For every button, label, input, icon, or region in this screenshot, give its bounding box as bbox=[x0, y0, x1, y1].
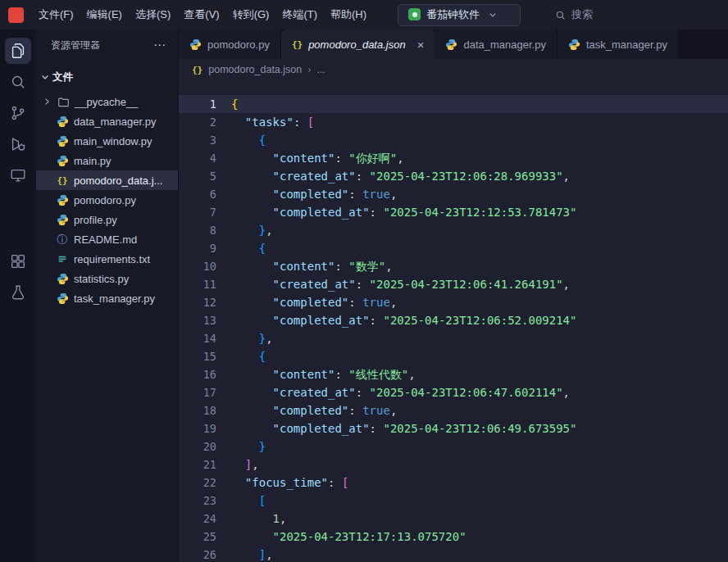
file-item-README.md[interactable]: ⓘREADME.md bbox=[36, 229, 178, 249]
search-icon bbox=[555, 10, 566, 20]
file-label: main.py bbox=[74, 155, 111, 167]
tab-label: data_manager.py bbox=[463, 39, 545, 51]
line-number: 16 bbox=[179, 365, 216, 383]
code-line-17[interactable]: 17 "created_at": "2025-04-23T12:06:47.60… bbox=[179, 383, 728, 401]
code-line-20[interactable]: 20 } bbox=[179, 437, 728, 455]
menu-选择[interactable]: 选择(S) bbox=[129, 4, 177, 25]
tab-bar: pomodoro.py{}pomodoro_data.json×data_man… bbox=[179, 29, 728, 59]
menu-终端[interactable]: 终端(T) bbox=[275, 4, 324, 25]
file-label: main_window.py bbox=[74, 135, 152, 147]
tab-data_manager.py[interactable]: data_manager.py bbox=[435, 29, 557, 59]
code-line-18[interactable]: 18 "completed": true, bbox=[179, 401, 728, 419]
code-area[interactable]: 1{2 "tasks": [3 {4 "content": "你好啊",5 "c… bbox=[179, 80, 728, 562]
code-line-10[interactable]: 10 "content": "数学", bbox=[179, 257, 728, 275]
line-content: "completed_at": "2025-04-23T12:06:52.009… bbox=[216, 311, 576, 329]
file-item-main.py[interactable]: main.py bbox=[36, 151, 178, 170]
file-item-profile.py[interactable]: profile.py bbox=[36, 210, 178, 229]
line-number: 13 bbox=[179, 311, 216, 329]
close-icon[interactable]: × bbox=[417, 39, 425, 51]
breadcrumb-more: ... bbox=[316, 64, 325, 75]
activity-extensions-icon[interactable] bbox=[5, 248, 31, 274]
json-icon: {} bbox=[56, 175, 69, 186]
menu-帮助[interactable]: 帮助(H) bbox=[324, 4, 373, 25]
menu-文件[interactable]: 文件(F) bbox=[32, 4, 80, 25]
line-number: 7 bbox=[179, 203, 216, 221]
code-line-9[interactable]: 9 { bbox=[179, 239, 728, 257]
main-area: 资源管理器 ⋯ 文件 __pycache__data_manager.pymai… bbox=[0, 29, 728, 562]
line-number: 11 bbox=[179, 275, 216, 293]
file-item-data_manager.py[interactable]: data_manager.py bbox=[36, 111, 178, 131]
line-content: ], bbox=[216, 455, 259, 474]
code-line-15[interactable]: 15 { bbox=[179, 347, 728, 365]
line-content: "completed": true, bbox=[216, 401, 397, 419]
code-line-8[interactable]: 8 }, bbox=[179, 221, 728, 239]
line-content: "2025-04-23T12:17:13.075720" bbox=[216, 528, 466, 546]
code-line-22[interactable]: 22 "focus_time": [ bbox=[179, 474, 728, 492]
section-files[interactable]: 文件 bbox=[36, 67, 178, 87]
python-icon bbox=[189, 39, 202, 51]
code-line-4[interactable]: 4 "content": "你好啊", bbox=[179, 149, 728, 167]
menu-编辑[interactable]: 编辑(E) bbox=[80, 4, 129, 25]
file-item-pomodoro_data.j...[interactable]: {}pomodoro_data.j... bbox=[36, 170, 178, 190]
code-line-19[interactable]: 19 "completed_at": "2025-04-23T12:06:49.… bbox=[179, 419, 728, 437]
command-center[interactable]: 番茄钟软件 bbox=[398, 4, 521, 26]
code-line-3[interactable]: 3 { bbox=[179, 131, 728, 149]
code-line-6[interactable]: 6 "completed": true, bbox=[179, 185, 728, 203]
tab-pomodoro_data.json[interactable]: {}pomodoro_data.json× bbox=[281, 29, 435, 59]
file-label: profile.py bbox=[74, 214, 117, 226]
code-line-5[interactable]: 5 "created_at": "2025-04-23T12:06:28.969… bbox=[179, 167, 728, 185]
activity-remote-icon[interactable] bbox=[5, 162, 31, 188]
code-line-16[interactable]: 16 "content": "线性代数", bbox=[179, 365, 728, 383]
file-tree: __pycache__data_manager.pymain_window.py… bbox=[36, 92, 178, 308]
tomato-app-icon bbox=[408, 8, 421, 20]
file-item-task_manager.py[interactable]: task_manager.py bbox=[36, 288, 178, 308]
activity-search-icon[interactable] bbox=[5, 69, 31, 95]
code-line-1[interactable]: 1{ bbox=[179, 95, 728, 113]
activity-run-debug-icon[interactable] bbox=[5, 131, 31, 157]
code-line-26[interactable]: 26 ], bbox=[179, 546, 728, 562]
file-label: data_manager.py bbox=[74, 116, 156, 128]
line-content: ], bbox=[216, 546, 273, 562]
section-label: 文件 bbox=[52, 70, 73, 84]
line-content: "completed": true, bbox=[216, 185, 397, 203]
breadcrumb[interactable]: {} pomodoro_data.json › ... bbox=[179, 59, 728, 80]
titlebar: 文件(F)编辑(E)选择(S)查看(V)转到(G)终端(T)帮助(H) 番茄钟软… bbox=[0, 0, 728, 29]
search-label: 搜索 bbox=[571, 7, 593, 22]
code-line-21[interactable]: 21 ], bbox=[179, 455, 728, 474]
json-icon: {} bbox=[192, 65, 202, 75]
tab-pomodoro.py[interactable]: pomodoro.py bbox=[179, 29, 281, 59]
titlebar-search[interactable]: 搜索 bbox=[555, 7, 593, 22]
file-item-main_window.py[interactable]: main_window.py bbox=[36, 131, 178, 151]
file-item-requirements.txt[interactable]: requirements.txt bbox=[36, 249, 178, 269]
file-item-statistics.py[interactable]: statistics.py bbox=[36, 269, 178, 288]
tab-task_manager.py[interactable]: task_manager.py bbox=[557, 29, 679, 59]
file-item-pomodoro.py[interactable]: pomodoro.py bbox=[36, 190, 178, 210]
activity-source-control-icon[interactable] bbox=[5, 100, 31, 126]
line-number: 18 bbox=[179, 401, 216, 419]
code-line-2[interactable]: 2 "tasks": [ bbox=[179, 113, 728, 131]
line-number: 22 bbox=[179, 474, 216, 492]
code-line-7[interactable]: 7 "completed_at": "2025-04-23T12:12:53.7… bbox=[179, 203, 728, 221]
line-content: }, bbox=[216, 221, 273, 239]
line-content: "content": "你好啊", bbox=[216, 149, 404, 167]
folder-item-__pycache__[interactable]: __pycache__ bbox=[36, 92, 178, 111]
code-line-13[interactable]: 13 "completed_at": "2025-04-23T12:06:52.… bbox=[179, 311, 728, 329]
menu-转到[interactable]: 转到(G) bbox=[226, 4, 276, 25]
menu-查看[interactable]: 查看(V) bbox=[177, 4, 225, 25]
activity-explorer-icon[interactable] bbox=[5, 38, 31, 64]
chevron-down-icon bbox=[40, 72, 50, 82]
python-icon bbox=[56, 273, 69, 285]
code-line-24[interactable]: 24 1, bbox=[179, 510, 728, 528]
folder-icon bbox=[57, 96, 70, 108]
chevron-right-icon bbox=[42, 97, 52, 107]
code-line-25[interactable]: 25 "2025-04-23T12:17:13.075720" bbox=[179, 528, 728, 546]
code-line-14[interactable]: 14 }, bbox=[179, 329, 728, 347]
line-content: { bbox=[216, 131, 266, 149]
code-line-23[interactable]: 23 [ bbox=[179, 492, 728, 510]
code-line-11[interactable]: 11 "created_at": "2025-04-23T12:06:41.26… bbox=[179, 275, 728, 293]
more-actions-icon[interactable]: ⋯ bbox=[153, 38, 166, 52]
activity-testing-icon[interactable] bbox=[5, 279, 31, 306]
code-line-12[interactable]: 12 "completed": true, bbox=[179, 293, 728, 311]
line-content: "created_at": "2025-04-23T12:06:28.96993… bbox=[216, 167, 570, 185]
breadcrumb-file: pomodoro_data.json bbox=[208, 64, 302, 75]
